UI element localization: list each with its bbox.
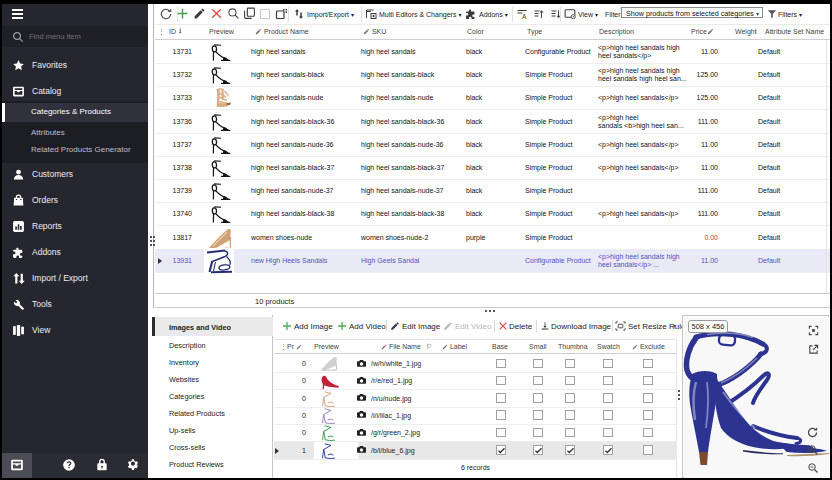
svg-text:A: A: [522, 13, 527, 20]
